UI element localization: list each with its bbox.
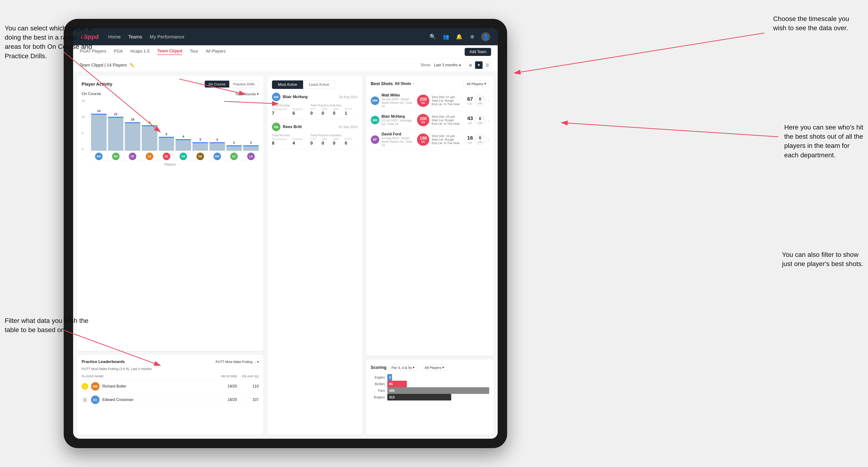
bar-group: 2LR	[243, 108, 259, 160]
shot-item[interactable]: BM Blair McHarg 23 Jul 2023 · Ashridge G…	[371, 111, 489, 129]
scoring-bar-value: 313	[389, 395, 395, 399]
shot-player-info: David Ford 24 Aug 2023 · Royal North Dev…	[382, 132, 415, 147]
most-active-tab[interactable]: Most Active	[272, 81, 303, 89]
player-avg: 110	[240, 384, 259, 388]
scoring-bar-row: Eagles 3	[371, 374, 489, 381]
bar-value: 2	[250, 141, 252, 144]
tab-pga[interactable]: PGA	[114, 49, 123, 55]
activity-card-title: Player Activity	[82, 82, 112, 87]
shot-player-avatar: BM	[371, 116, 379, 124]
tab-hcaps[interactable]: Hcaps 1-5	[130, 49, 150, 55]
nav-home[interactable]: Home	[108, 34, 121, 40]
bar[interactable]	[125, 122, 140, 151]
users-icon[interactable]: 👥	[441, 33, 450, 41]
search-icon[interactable]: 🔍	[428, 33, 437, 41]
active-players-list: BM Blair McHarg 26 Aug 2023 Total Rounds…	[272, 93, 358, 149]
chevron-right-icon: ›	[488, 137, 489, 142]
shot-details: Shot Dist: 43 yds Start Lie: Rough End L…	[432, 115, 465, 125]
shot-item[interactable]: MM Matt Miller 09 Jun 2023 · Royal North…	[371, 90, 489, 111]
shot-player-detail: 24 Aug 2023 · Royal North Devon GC, Hole…	[382, 136, 415, 147]
bar[interactable]	[142, 125, 157, 151]
shot-item[interactable]: DF David Ford 24 Aug 2023 · Royal North …	[371, 129, 489, 150]
best-shots-card: Best Shots All Shots ▾ All Players ▾ MM …	[366, 76, 494, 356]
tab-tour[interactable]: Tour	[190, 49, 198, 55]
user-avatar[interactable]: 👤	[481, 32, 490, 41]
player-name-lb: Edward Crossman	[102, 398, 215, 402]
shot-player-avatar: DF	[371, 135, 379, 144]
show-dropdown[interactable]: Last 3 months ▾	[434, 63, 461, 67]
chart-area: 15 10 5 0 13BM12RB10DF9JC5EE4GB3RB3MM2EC…	[82, 99, 259, 160]
show-filter: Show: Last 3 months ▾ ⊞ ♥ ☰	[421, 61, 491, 69]
bar[interactable]	[91, 114, 106, 151]
edit-icon[interactable]: ✏️	[130, 63, 134, 67]
active-player-name: Blair McHarg	[283, 95, 337, 99]
shot-stats: 16 yds 0 yds	[467, 134, 485, 145]
player-rank: 1	[82, 383, 88, 390]
bar-avatar: EC	[230, 153, 238, 160]
bar[interactable]	[210, 142, 225, 151]
on-course-label: On Course	[82, 92, 101, 96]
col-player-name: PLAYER NAME	[82, 375, 215, 378]
bar[interactable]	[226, 145, 242, 151]
tab-all-players[interactable]: All Players	[206, 49, 226, 55]
par-filter-dropdown[interactable]: Par 3, 4 & 5s ▾	[389, 364, 418, 371]
tab-team-clippd[interactable]: Team Clippd	[157, 49, 182, 55]
scoring-players-dropdown[interactable]: All Players ▾	[422, 364, 447, 371]
shot-stat-dist: 16 yds	[467, 135, 473, 144]
shot-player-detail: 23 Jul 2023 · Ashridge GC, Hole 15	[382, 119, 415, 126]
plus-circle-icon[interactable]: ⊕	[468, 33, 476, 41]
on-course-toggle[interactable]: On Course	[205, 81, 229, 88]
shot-badge: 198 SG	[417, 133, 429, 146]
scoring-bar: 313	[387, 394, 451, 401]
total-rounds-dropdown[interactable]: Total Rounds ▾	[235, 92, 259, 96]
leaderboard-dropdown[interactable]: PUTT Must Make Putting ... ▾	[216, 360, 259, 364]
bar[interactable]	[176, 139, 191, 151]
arg-stat: ARG 0	[333, 137, 339, 146]
practice-stat: Practice 6	[292, 107, 303, 116]
all-players-dropdown[interactable]: All Players ▾	[464, 81, 489, 87]
total-rounds-group: Total Rounds Tournament 8 Practice 4	[272, 133, 303, 146]
nav-my-performance[interactable]: My Performance	[150, 34, 184, 40]
bar[interactable]	[192, 142, 208, 151]
nav-links: Home Teams My Performance	[108, 34, 428, 40]
annotation-right-bottom: You can also filter to showjust one play…	[782, 250, 863, 269]
leaderboard-row[interactable]: 2 EC Edward Crossman 18/20 107	[82, 393, 259, 407]
bar[interactable]	[108, 117, 124, 151]
annotation-top-left: You can select which player isdoing the …	[5, 24, 93, 61]
tournament-stat: Tournament 7	[272, 107, 287, 116]
nav-teams[interactable]: Teams	[128, 34, 142, 40]
top-nav: clippd Home Teams My Performance 🔍 👥 🔔 ⊕…	[73, 28, 498, 45]
bar-value: 2	[233, 141, 235, 144]
shot-items-list: MM Matt Miller 09 Jun 2023 · Royal North…	[371, 90, 489, 150]
bar-group: 10DF	[125, 108, 140, 160]
view-icons: ⊞ ♥ ☰	[467, 61, 491, 69]
active-player-name: Rees Britt	[283, 125, 336, 129]
bar[interactable]	[243, 145, 259, 151]
shot-stats: 43 yds 0 yds	[467, 115, 485, 125]
bar[interactable]	[159, 137, 174, 151]
arg-stat: ARG 0	[333, 107, 339, 116]
shots-toggle: All Shots ▾	[395, 82, 414, 86]
scoring-row-label: Eagles	[371, 375, 385, 379]
shot-player-avatar: MM	[371, 96, 379, 105]
annotation-right-top: Here you can see who's hitthe best shots…	[784, 123, 863, 160]
practice-activities-group: Total Practice Activities GTT 0 APP 0 AR…	[310, 103, 352, 116]
practice-drills-toggle[interactable]: Practice Drills	[229, 81, 258, 88]
all-shots-label[interactable]: All Shots	[395, 82, 411, 86]
practice-items: GTT 0 APP 0 ARG 0 PUTT 1	[310, 107, 352, 116]
grid-view-btn[interactable]: ⊞	[467, 61, 474, 69]
bell-icon[interactable]: 🔔	[455, 33, 463, 41]
card-view-btn[interactable]: ♥	[475, 61, 483, 69]
leaderboard-row[interactable]: 1 RB Richard Butler 19/20 110	[82, 380, 259, 393]
shot-player-name: Blair McHarg	[382, 115, 415, 119]
player-avatar-small: RB	[91, 382, 99, 391]
nav-icons: 🔍 👥 🔔 ⊕ 👤	[428, 32, 490, 41]
player-avatar: RB	[272, 123, 280, 131]
bar-value: 13	[97, 109, 100, 113]
list-view-btn[interactable]: ☰	[484, 61, 491, 69]
least-active-tab[interactable]: Least Active	[303, 81, 335, 89]
left-panel: Player Activity On Course Practice Drill…	[77, 76, 264, 435]
add-team-button[interactable]: Add Team	[465, 48, 491, 56]
practice-leaderboards-card: Practice Leaderboards PUTT Must Make Put…	[77, 355, 264, 435]
scoring-row-label: Pars	[371, 389, 385, 393]
